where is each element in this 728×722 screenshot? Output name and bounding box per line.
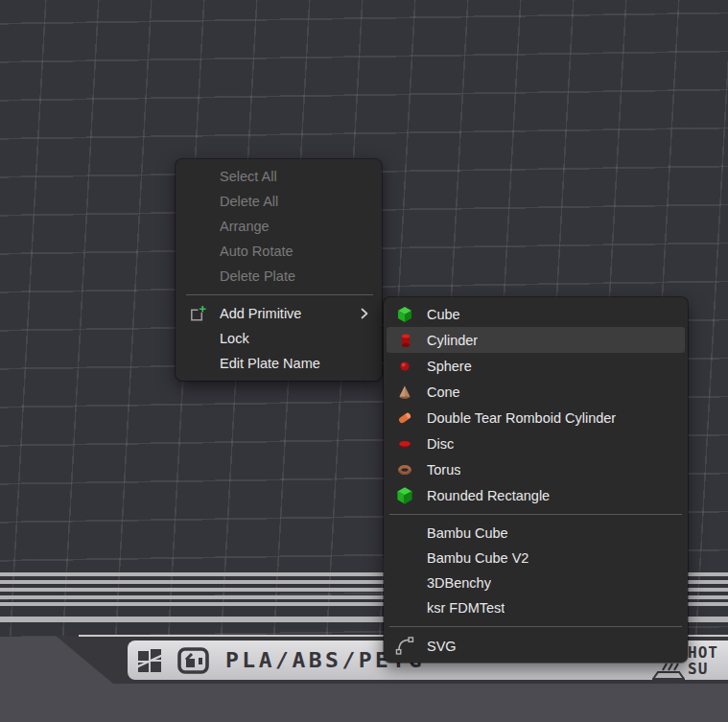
- menu-item-label: Add Primitive: [220, 306, 301, 321]
- disc-icon: [395, 434, 414, 454]
- menu-separator: [389, 626, 682, 627]
- svg-curve-icon: [395, 637, 414, 656]
- menu-item-bambu-cube-v2[interactable]: Bambu Cube V2: [384, 546, 688, 571]
- hot-surface-warning-icon: [652, 661, 685, 680]
- menu-item-arrange: Arrange: [176, 214, 382, 239]
- menu-item-label: Delete All: [220, 194, 278, 209]
- menu-item-delete-all: Delete All: [176, 189, 382, 214]
- menu-item-label: Cylinder: [427, 333, 478, 348]
- menu-item-label: Delete Plate: [220, 268, 295, 284]
- double-tear-romboid-cylinder-icon: [395, 408, 414, 428]
- context-menu: Select AllDelete AllArrangeAuto RotateDe…: [176, 159, 382, 381]
- menu-item-add-primitive[interactable]: Add Primitive: [176, 301, 382, 326]
- torus-icon: [395, 460, 414, 479]
- menu-item-label: Rounded Rectangle: [427, 488, 550, 503]
- bambu-logo-icon: [136, 647, 163, 674]
- menu-item-delete-plate: Delete Plate: [176, 264, 382, 289]
- menu-item-label: Double Tear Romboid Cylinder: [427, 410, 616, 426]
- menu-item-disc[interactable]: Disc: [384, 431, 688, 456]
- menu-item-torus[interactable]: Torus: [384, 456, 688, 482]
- menu-separator: [186, 294, 373, 295]
- menu-item-select-all: Select All: [176, 164, 382, 189]
- cone-icon: [395, 383, 414, 402]
- plate-badge-icon: [177, 647, 209, 674]
- cube-icon: [395, 305, 414, 324]
- menu-item-ksr-fdmtest[interactable]: ksr FDMTest: [384, 595, 688, 620]
- cylinder-icon: [396, 331, 415, 350]
- sphere-icon: [395, 357, 414, 376]
- menu-item-sphere[interactable]: Sphere: [384, 353, 688, 379]
- menu-item-label: Cube: [427, 307, 460, 322]
- hot-surface-line2: SU: [688, 661, 718, 677]
- menu-item-label: Torus: [427, 462, 460, 477]
- menu-item-edit-plate-name[interactable]: Edit Plate Name: [176, 351, 382, 376]
- menu-separator: [389, 514, 682, 515]
- menu-item-auto-rotate: Auto Rotate: [176, 239, 382, 264]
- add-primitive-submenu: CubeCylinderSphereConeDouble Tear Romboi…: [384, 297, 688, 663]
- menu-item-label: Bambu Cube V2: [427, 550, 528, 566]
- menu-item-label: SVG: [427, 639, 457, 654]
- rounded-rectangle-icon: [395, 486, 414, 505]
- menu-item-label: Sphere: [427, 359, 472, 374]
- menu-item-lock[interactable]: Lock: [176, 326, 382, 351]
- menu-item-label: Arrange: [220, 219, 270, 234]
- menu-item-3dbenchy[interactable]: 3DBenchy: [384, 571, 688, 595]
- menu-item-cone[interactable]: Cone: [384, 379, 688, 405]
- add-primitive-icon: [188, 304, 207, 323]
- chevron-right-icon: [361, 308, 368, 319]
- menu-item-label: Edit Plate Name: [220, 356, 320, 371]
- menu-item-label: Lock: [220, 331, 249, 346]
- menu-item-double-tear-romboid-cylinder[interactable]: Double Tear Romboid Cylinder: [384, 405, 688, 431]
- menu-item-label: Select All: [220, 169, 277, 184]
- menu-item-cylinder[interactable]: Cylinder: [387, 327, 685, 353]
- menu-item-label: Auto Rotate: [220, 244, 294, 259]
- menu-item-cube[interactable]: Cube: [384, 301, 688, 327]
- menu-item-label: Cone: [427, 384, 460, 400]
- menu-item-bambu-cube[interactable]: Bambu Cube: [384, 521, 688, 546]
- menu-item-label: ksr FDMTest: [427, 600, 505, 616]
- menu-item-rounded-rectangle[interactable]: Rounded Rectangle: [384, 482, 688, 508]
- viewport: PLA/ABS/PETG HOT SU Select AllDelete All…: [0, 0, 728, 722]
- menu-item-label: Bambu Cube: [427, 525, 508, 541]
- menu-item-label: Disc: [427, 436, 454, 452]
- menu-item-svg[interactable]: SVG: [384, 633, 688, 659]
- hot-surface-line1: HOT: [688, 644, 718, 661]
- hot-surface-text: HOT SU: [688, 644, 718, 677]
- menu-item-label: 3DBenchy: [427, 575, 491, 591]
